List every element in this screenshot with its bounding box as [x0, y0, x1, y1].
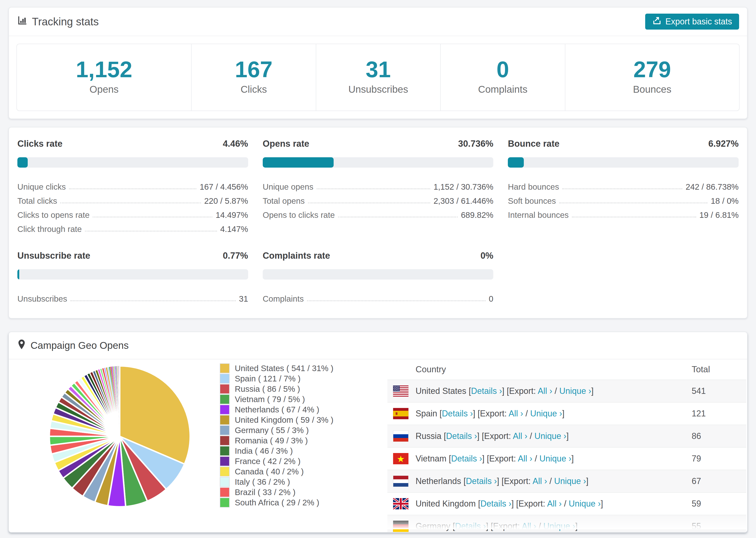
- details-link[interactable]: Details ›: [442, 409, 473, 418]
- dotted-leader: [317, 188, 430, 189]
- geo-pie-legend: United States ( 541 / 31% )Spain ( 121 /…: [220, 363, 333, 508]
- geo-opens-body: United States ( 541 / 31% )Spain ( 121 /…: [9, 359, 747, 529]
- export-unique-link[interactable]: Unique ›: [568, 499, 601, 509]
- export-unique-link[interactable]: Unique ›: [534, 431, 566, 441]
- separator: /: [527, 431, 534, 441]
- stat-value: 167: [191, 58, 315, 81]
- country-cell: Germany [Details ›] [Export: All › / Uni…: [415, 521, 692, 531]
- dotted-leader: [338, 217, 458, 217]
- export-all-link[interactable]: All ›: [509, 409, 523, 418]
- rate-detail-label: Opens to clicks rate: [263, 210, 335, 220]
- flag-icon-nl: [387, 476, 415, 487]
- rate-progress-fill: [263, 157, 334, 168]
- rate-title: Clicks rate: [17, 139, 63, 149]
- bracket: ] [Export:: [502, 386, 538, 396]
- export-unique-link[interactable]: Unique ›: [554, 476, 586, 486]
- legend-label: Brazil ( 33 / 2% ): [235, 488, 296, 497]
- summary-stat-complaints: 0Complaints: [440, 44, 565, 111]
- table-row-vn: Vietnam [Details ›] [Export: All › / Uni…: [387, 447, 746, 470]
- separator: /: [532, 454, 540, 463]
- rate-progress-track: [17, 157, 248, 168]
- export-all-link[interactable]: All ›: [513, 431, 527, 441]
- details-link[interactable]: Details ›: [446, 431, 477, 441]
- export-basic-stats-button[interactable]: Export basic stats: [645, 14, 739, 29]
- country-name: United Kingdom: [415, 499, 476, 509]
- stat-value: 1,152: [17, 58, 191, 81]
- rate-block-clicks-rate: Clicks rate4.46%Unique clicks167 / 4.456…: [17, 139, 248, 234]
- stat-label: Complaints: [441, 84, 565, 95]
- details-link[interactable]: Details ›: [480, 499, 512, 509]
- legend-swatch: [220, 405, 230, 414]
- export-unique-link[interactable]: Unique ›: [540, 454, 571, 463]
- dotted-leader: [559, 202, 708, 203]
- geo-opens-card: Campaign Geo Opens United States ( 541 /…: [9, 332, 747, 533]
- rate-detail-row: Hard bounces242 / 86.738%: [508, 178, 739, 191]
- legend-label: Italy ( 36 / 2% ): [235, 477, 290, 487]
- bar-chart-icon: [17, 15, 28, 28]
- rate-title: Complaints rate: [263, 251, 330, 261]
- details-link[interactable]: Details ›: [466, 476, 497, 486]
- geo-table: Country Total United States [Details ›] …: [387, 359, 746, 533]
- legend-item-vietnam: Vietnam ( 79 / 5% ): [220, 394, 333, 404]
- legend-label: Canada ( 40 / 2% ): [235, 467, 304, 476]
- rate-progress-fill: [508, 157, 524, 168]
- tracking-stats-header: Tracking stats Export basic stats: [9, 8, 747, 36]
- legend-label: Romania ( 49 / 3% ): [235, 436, 308, 445]
- legend-item-brazil: Brazil ( 33 / 2% ): [220, 487, 333, 497]
- table-row-nl: Netherlands [Details ›] [Export: All › /…: [387, 470, 746, 492]
- rate-detail-value: 19 / 6.81%: [699, 210, 739, 220]
- legend-label: Germany ( 55 / 3% ): [235, 426, 309, 435]
- table-row-gb: United Kingdom [Details ›] [Export: All …: [387, 492, 746, 515]
- export-all-link[interactable]: All ›: [547, 499, 562, 509]
- country-total: 59: [692, 499, 746, 509]
- bracket: ] [Export:: [482, 454, 518, 463]
- rate-blocks: Clicks rate4.46%Unique clicks167 / 4.456…: [17, 139, 739, 303]
- bracket: ] [Export:: [477, 431, 513, 441]
- rate-detail-label: Total opens: [263, 196, 305, 206]
- legend-swatch: [220, 436, 230, 446]
- tracking-stats-card: Tracking stats Export basic stats 1,152O…: [9, 7, 747, 119]
- bracket: [: [463, 476, 466, 486]
- separator: /: [562, 499, 568, 509]
- legend-item-canada: Canada ( 40 / 2% ): [220, 466, 333, 477]
- export-all-link[interactable]: All ›: [532, 476, 547, 486]
- rate-title: Bounce rate: [508, 139, 560, 149]
- rate-detail-rows: Complaints0: [263, 290, 494, 303]
- rate-title: Opens rate: [263, 139, 309, 149]
- export-all-link[interactable]: All ›: [538, 386, 552, 396]
- geo-pie-chart: [46, 363, 193, 510]
- flag-icon-vn: [387, 453, 415, 464]
- details-link[interactable]: Details ›: [455, 521, 486, 531]
- rate-progress-fill: [17, 157, 28, 168]
- rate-detail-rows: Unique clicks167 / 4.456%Total clicks220…: [17, 178, 248, 234]
- export-unique-link[interactable]: Unique ›: [543, 521, 575, 531]
- details-link[interactable]: Details ›: [451, 454, 482, 463]
- dotted-leader: [572, 217, 696, 217]
- rate-detail-value: 220 / 5.87%: [204, 196, 248, 206]
- rate-detail-row: Unique opens1,152 / 30.736%: [263, 178, 494, 191]
- stat-label: Unsubscribes: [316, 84, 440, 95]
- summary-stats: 1,152Opens167Clicks31Unsubscribes0Compla…: [17, 44, 739, 111]
- country-name: United States: [415, 386, 466, 396]
- map-pin-icon: [17, 339, 26, 352]
- legend-swatch: [220, 498, 230, 508]
- stat-value: 0: [441, 58, 565, 81]
- rate-detail-rows: Unsubscribes31: [17, 290, 248, 303]
- stat-label: Opens: [17, 84, 191, 95]
- separator: /: [536, 521, 543, 531]
- rate-value: 30.736%: [458, 139, 493, 149]
- rate-detail-row: Soft bounces18 / 0%: [508, 191, 739, 206]
- legend-label: South Africa ( 29 / 2% ): [235, 498, 319, 507]
- country-cell: Vietnam [Details ›] [Export: All › / Uni…: [415, 454, 692, 463]
- bracket: ]: [566, 431, 568, 441]
- rate-detail-value: 2,303 / 61.446%: [433, 196, 493, 206]
- export-all-link[interactable]: All ›: [518, 454, 532, 463]
- legend-swatch: [220, 467, 230, 476]
- details-link[interactable]: Details ›: [471, 386, 502, 396]
- legend-swatch: [220, 394, 230, 404]
- rate-detail-label: Unique clicks: [17, 182, 66, 191]
- export-unique-link[interactable]: Unique ›: [530, 409, 562, 418]
- export-all-link[interactable]: All ›: [522, 521, 536, 531]
- export-unique-link[interactable]: Unique ›: [559, 386, 591, 396]
- rate-value: 0.77%: [223, 251, 248, 261]
